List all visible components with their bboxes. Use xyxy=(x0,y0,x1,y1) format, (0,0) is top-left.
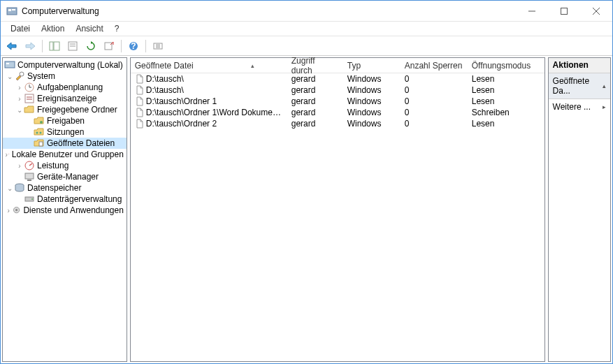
clock-icon xyxy=(24,82,35,93)
menu-file[interactable]: Datei xyxy=(5,22,36,35)
tree-root[interactable]: Computerverwaltung (Lokal) xyxy=(3,59,127,71)
tree-storage[interactable]: ⌄ Datenspeicher xyxy=(3,182,127,194)
tree-system[interactable]: ⌄ System xyxy=(3,71,127,82)
collapse-icon[interactable]: ⌄ xyxy=(15,106,24,114)
list-row[interactable]: D:\tausch\gerardWindows0Lesen xyxy=(131,85,545,96)
shares-icon xyxy=(34,115,45,126)
help-button[interactable]: ? xyxy=(125,38,142,54)
collapse-icon[interactable]: ⌄ xyxy=(6,184,14,192)
performance-icon xyxy=(24,160,35,171)
menu-view[interactable]: Ansicht xyxy=(70,22,108,35)
event-icon xyxy=(24,93,35,104)
back-button[interactable] xyxy=(3,38,20,54)
titlebar: Computerverwaltung xyxy=(1,1,612,22)
svg-rect-12 xyxy=(105,43,112,50)
tree-services-apps[interactable]: › Dienste und Anwendungen xyxy=(3,205,127,216)
col-accessed-by[interactable]: Zugriff durch xyxy=(287,58,343,73)
list-row[interactable]: D:\tausch\gerardWindows0Lesen xyxy=(131,73,545,85)
tree-local-users[interactable]: › Lokale Benutzer und Gruppen xyxy=(3,149,127,160)
close-button[interactable] xyxy=(580,1,612,22)
navigation-tree[interactable]: Computerverwaltung (Lokal) ⌄ System › Au… xyxy=(2,57,127,362)
tools-icon xyxy=(14,71,25,82)
minimize-button[interactable] xyxy=(516,1,548,22)
file-icon xyxy=(135,85,145,95)
tree-performance[interactable]: › Leistung xyxy=(3,160,127,171)
toolbar-separator xyxy=(42,40,43,52)
services-icon xyxy=(12,205,21,216)
list-view[interactable]: Geöffnete Datei ▴ Zugriff durch Typ Anza… xyxy=(130,57,545,362)
svg-rect-36 xyxy=(25,173,34,179)
svg-rect-20 xyxy=(6,63,9,64)
open-files-icon xyxy=(34,138,45,149)
properties-button[interactable] xyxy=(64,38,81,54)
svg-text:?: ? xyxy=(131,41,136,51)
refresh-button[interactable] xyxy=(82,38,99,54)
chevron-right-icon: ▸ xyxy=(603,103,606,110)
col-open-mode[interactable]: Öffnungsmodus xyxy=(468,58,545,73)
svg-rect-25 xyxy=(25,94,34,103)
menu-action[interactable]: Aktion xyxy=(36,22,70,35)
list-body: D:\tausch\gerardWindows0LesenD:\tausch\g… xyxy=(131,73,545,129)
file-icon xyxy=(135,96,145,106)
action-more[interactable]: Weitere ... ▸ xyxy=(549,99,610,115)
file-icon xyxy=(135,74,145,84)
actions-title: Aktionen xyxy=(549,58,610,73)
tree-shared-folders[interactable]: ⌄ Freigegebene Ordner xyxy=(3,104,127,115)
tree-sessions[interactable]: Sitzungen xyxy=(3,126,127,138)
svg-point-42 xyxy=(15,209,17,211)
list-row[interactable]: D:\tausch\Ordner 1\Word Dokument.docxger… xyxy=(131,107,545,118)
svg-point-30 xyxy=(40,132,42,134)
menu-help[interactable]: ? xyxy=(109,22,125,35)
collapse-icon[interactable]: ⌄ xyxy=(6,73,14,80)
device-icon xyxy=(24,171,35,182)
sort-asc-icon: ▴ xyxy=(251,62,254,69)
storage-icon xyxy=(14,182,25,194)
svg-rect-2 xyxy=(12,9,15,10)
content-area: Computerverwaltung (Lokal) ⌄ System › Au… xyxy=(1,56,612,363)
col-open-file[interactable]: Geöffnete Datei ▴ xyxy=(131,58,287,73)
window-title: Computerverwaltung xyxy=(22,6,516,16)
svg-rect-19 xyxy=(5,61,15,68)
show-tree-button[interactable] xyxy=(46,38,63,54)
col-locks[interactable]: Anzahl Sperren xyxy=(401,58,468,73)
expand-icon[interactable]: › xyxy=(15,84,24,92)
svg-point-33 xyxy=(8,154,9,154)
svg-point-28 xyxy=(40,121,43,124)
tree-disk-management[interactable]: Datenträgerverwaltung xyxy=(3,194,127,205)
svg-rect-8 xyxy=(54,42,59,50)
svg-rect-31 xyxy=(39,142,43,146)
collapse-arrow-icon: ▴ xyxy=(603,82,606,89)
disconnect-all-button[interactable] xyxy=(150,38,166,54)
tree-shares[interactable]: Freigaben xyxy=(3,115,127,126)
list-row[interactable]: D:\tausch\Ordner 2gerardWindows0Lesen xyxy=(131,118,545,129)
tree-task-scheduler[interactable]: › Aufgabenplanung xyxy=(3,82,127,93)
action-selected-node[interactable]: Geöffnete Da... ▴ xyxy=(549,73,610,99)
tree-open-files[interactable]: Geöffnete Dateien xyxy=(3,138,127,149)
expand-icon[interactable]: › xyxy=(15,162,24,170)
forward-button[interactable] xyxy=(22,38,38,54)
sessions-icon xyxy=(34,126,45,138)
menubar: Datei Aktion Ansicht ? xyxy=(1,22,612,36)
toolbar-separator xyxy=(121,40,122,52)
toolbar-separator xyxy=(145,40,146,52)
file-icon xyxy=(135,119,145,129)
window-controls xyxy=(516,1,612,22)
col-type[interactable]: Typ xyxy=(343,58,401,73)
shared-folder-icon xyxy=(24,104,35,115)
svg-rect-37 xyxy=(27,180,31,181)
list-header: Geöffnete Datei ▴ Zugriff durch Typ Anza… xyxy=(131,58,545,73)
disk-icon xyxy=(24,194,35,205)
maximize-button[interactable] xyxy=(548,1,580,22)
svg-rect-4 xyxy=(561,8,568,14)
list-row[interactable]: D:\tausch\Ordner 1gerardWindows0Lesen xyxy=(131,96,545,107)
file-icon xyxy=(135,108,145,117)
expand-icon[interactable]: › xyxy=(15,95,24,103)
users-icon xyxy=(8,149,10,160)
tree-device-manager[interactable]: Geräte-Manager xyxy=(3,171,127,182)
toolbar: ? xyxy=(1,36,612,56)
svg-point-29 xyxy=(36,132,38,134)
tree-event-viewer[interactable]: › Ereignisanzeige xyxy=(3,93,127,104)
export-button[interactable] xyxy=(101,38,117,54)
expand-icon[interactable]: › xyxy=(5,207,12,214)
svg-point-40 xyxy=(31,198,33,200)
